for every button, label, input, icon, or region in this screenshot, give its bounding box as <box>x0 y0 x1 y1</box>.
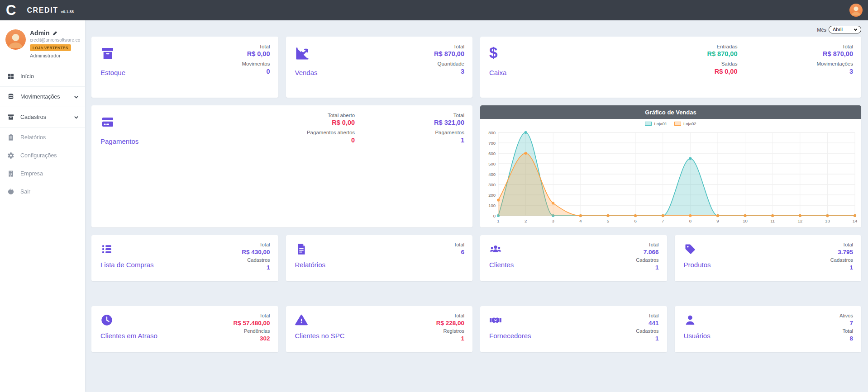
card-lista-de-compras[interactable]: Lista de Compras Total R$ 430,00 Cadastr… <box>91 235 278 281</box>
stat-label: Cadastros <box>247 257 270 264</box>
stat-value: R$ 321,00 <box>434 118 464 127</box>
stat-value: R$ 57.480,00 <box>233 319 270 327</box>
card-title: Pagamentos <box>100 137 138 145</box>
card-title: Clientes em Atraso <box>100 332 157 340</box>
card-usuarios[interactable]: Usuários Ativos 7 Total 8 <box>675 306 862 352</box>
card-fornecedores[interactable]: Fornecedores Total 441 Cadastros 1 <box>480 306 667 352</box>
user-role: Administrador <box>30 53 81 58</box>
stat-value: R$ 228,00 <box>436 319 464 327</box>
legend-item-loja01[interactable]: Loja01 <box>645 121 667 126</box>
card-relatorios[interactable]: Relatórios Total 6 <box>286 235 473 281</box>
card-title: Relatórios <box>295 261 326 269</box>
stat-value: 1 <box>461 335 464 343</box>
sales-chart-card: Gráfico de Vendas Loja01 Loja02 01002003… <box>480 105 861 227</box>
dashboard-grid: Estoque Total R$ 0,00 Movimentos 0 Venda… <box>91 37 861 353</box>
svg-text:8: 8 <box>689 218 692 223</box>
sidebar-item-cadastros[interactable]: Cadastros <box>0 108 85 126</box>
svg-text:200: 200 <box>488 193 496 198</box>
stat-label: Cadastros <box>636 328 658 335</box>
credit-card-icon <box>100 115 115 129</box>
legend-swatch <box>674 122 681 126</box>
list-icon <box>100 243 113 255</box>
stat-value: R$ 870,00 <box>823 50 853 58</box>
card-title: Caixa <box>489 69 506 76</box>
legend-item-loja02[interactable]: Loja02 <box>674 121 696 126</box>
svg-text:14: 14 <box>853 218 858 223</box>
card-caixa[interactable]: $ Caixa Entradas R$ 870,00 Saídas R$ 0,0… <box>480 37 861 98</box>
user-block: Admin credit@anronsoftware.co... LOJA VE… <box>0 20 85 64</box>
sidebar-item-configuracoes[interactable]: Configurações <box>0 146 85 165</box>
stat-label: Total <box>842 43 853 50</box>
card-title: Produtos <box>684 261 711 269</box>
stat-label: Total <box>259 313 270 319</box>
database-icon <box>7 93 14 100</box>
stat-value: 0 <box>266 67 270 76</box>
card-clientes-em-atraso[interactable]: Clientes em Atraso Total R$ 57.480,00 Pe… <box>91 306 278 352</box>
svg-text:13: 13 <box>825 218 830 223</box>
user-name: Admin <box>30 29 81 37</box>
sidebar-item-sair[interactable]: Sair <box>0 183 85 201</box>
legend-swatch <box>645 122 652 126</box>
gear-icon <box>7 152 14 159</box>
divider <box>0 107 85 107</box>
card-clientes-no-spc[interactable]: Clientes no SPC Total R$ 228,00 Registro… <box>286 306 473 352</box>
svg-text:6: 6 <box>634 218 636 223</box>
stat-label: Total <box>648 313 658 319</box>
stat-label: Cadastros <box>636 257 658 264</box>
user-email: credit@anronsoftware.co... <box>30 38 81 43</box>
sidebar-item-label: Relatórios <box>20 134 46 141</box>
user-avatar[interactable] <box>5 29 26 50</box>
building-icon <box>7 170 14 177</box>
month-select[interactable]: Abril <box>829 26 861 33</box>
stat-value: R$ 0,00 <box>332 118 355 127</box>
sidebar-item-inicio[interactable]: Início <box>0 67 85 85</box>
stat-value: 302 <box>260 335 270 343</box>
chevron-down-icon <box>854 28 858 32</box>
main-content: Dashboard Início Mês Abril Estoque Total… <box>85 0 868 353</box>
svg-text:1: 1 <box>497 218 499 223</box>
sidebar-item-empresa[interactable]: Empresa <box>0 165 85 183</box>
card-title: Clientes <box>489 261 514 269</box>
card-estoque[interactable]: Estoque Total R$ 0,00 Movimentos 0 <box>91 37 278 98</box>
card-title: Estoque <box>100 69 125 76</box>
stat-label: Total <box>843 242 853 248</box>
sidebar-item-movimentacoes[interactable]: Movimentações <box>0 88 85 106</box>
app-logo: C <box>6 0 16 20</box>
card-title: Clientes no SPC <box>295 332 345 340</box>
stat-label: Saídas <box>721 61 738 67</box>
user-name-text: Admin <box>30 29 50 37</box>
card-clientes[interactable]: Clientes Total 7.066 Cadastros 1 <box>480 235 667 281</box>
svg-text:700: 700 <box>488 141 496 146</box>
stat-value: R$ 430,00 <box>242 248 270 256</box>
chevron-down-icon <box>74 115 79 120</box>
stat-value: 1 <box>655 264 659 272</box>
sidebar-item-label: Empresa <box>20 170 43 177</box>
svg-text:4: 4 <box>579 218 582 223</box>
divider <box>0 86 85 87</box>
sidebar-item-label: Configurações <box>20 152 57 159</box>
card-pagamentos[interactable]: Pagamentos Total aberto R$ 0,00 Pagament… <box>91 105 472 227</box>
stat-label: Movimentações <box>816 61 853 67</box>
svg-text:0: 0 <box>493 213 496 218</box>
card-produtos[interactable]: Produtos Total 3.795 Cadastros 1 <box>675 235 862 281</box>
month-filter-row: Mês Abril <box>91 26 861 33</box>
card-title: Vendas <box>295 69 318 76</box>
chart-line-icon <box>295 46 310 61</box>
user-meta: Admin credit@anronsoftware.co... LOJA VE… <box>30 29 81 58</box>
stat-label: Total <box>454 313 464 319</box>
stat-value: 3 <box>849 67 853 76</box>
stat-value: R$ 0,00 <box>715 67 738 76</box>
stat-value: 0 <box>351 136 355 145</box>
card-vendas[interactable]: Vendas Total R$ 870,00 Quantidade 3 <box>286 37 473 98</box>
profile-avatar[interactable] <box>849 4 863 17</box>
person-icon <box>5 29 26 50</box>
svg-text:400: 400 <box>488 172 496 177</box>
handshake-icon <box>489 314 502 326</box>
edit-pencil-icon[interactable] <box>52 31 57 36</box>
sidebar-item-relatorios[interactable]: Relatórios <box>0 128 85 146</box>
stat-value: R$ 870,00 <box>707 50 738 58</box>
stat-label: Total aberto <box>328 112 355 118</box>
app-name: CREDIT <box>27 6 58 14</box>
person-icon <box>849 4 863 17</box>
svg-text:600: 600 <box>488 151 496 156</box>
